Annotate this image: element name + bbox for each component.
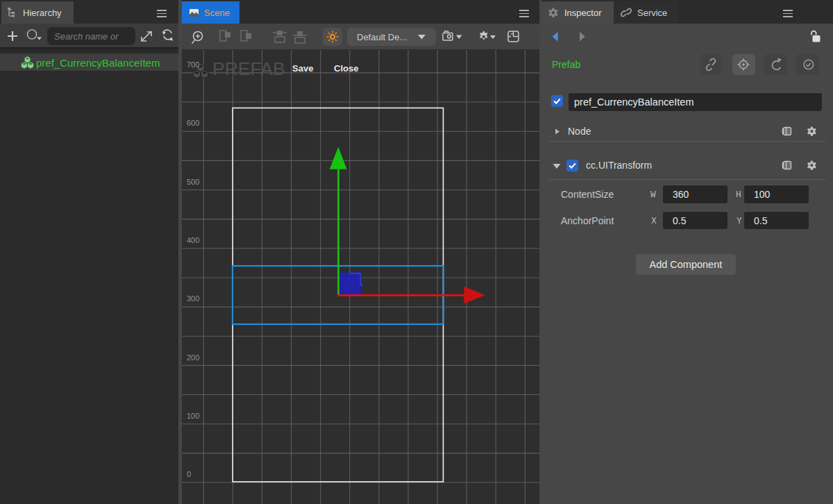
svg-text:0: 0 bbox=[187, 470, 191, 478]
svg-text:100: 100 bbox=[187, 412, 199, 420]
svg-text:500: 500 bbox=[187, 178, 199, 186]
svg-text:200: 200 bbox=[187, 353, 199, 362]
svg-text:Save: Save bbox=[292, 63, 313, 74]
svg-text:Default De...: Default De... bbox=[357, 32, 407, 42]
svg-text:Search name or: Search name or bbox=[54, 31, 119, 42]
svg-text:Close: Close bbox=[334, 63, 358, 74]
svg-text:PREFAB: PREFAB bbox=[212, 58, 285, 79]
svg-text:600: 600 bbox=[187, 119, 199, 127]
svg-text:300: 300 bbox=[187, 294, 199, 303]
svg-text:700: 700 bbox=[187, 60, 199, 69]
svg-text:400: 400 bbox=[187, 236, 199, 244]
